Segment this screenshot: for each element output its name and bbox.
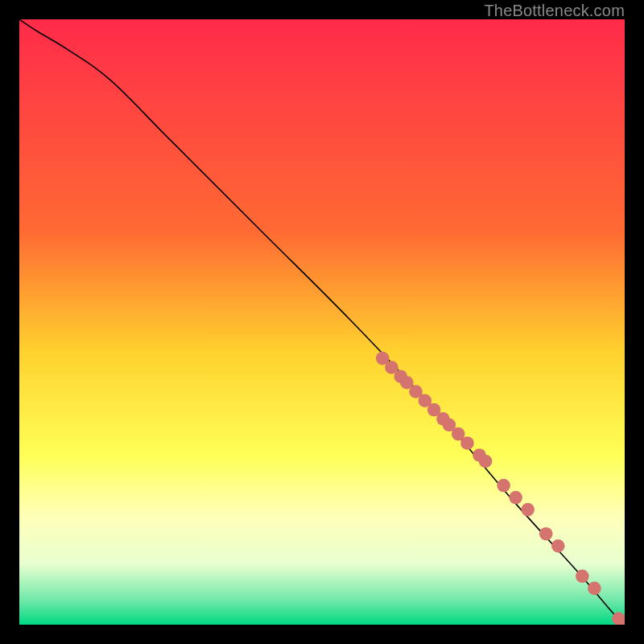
watermark-text: TheBottleneck.com bbox=[484, 2, 625, 20]
scatter-point bbox=[551, 539, 565, 553]
scatter-point bbox=[539, 527, 553, 541]
scatter-point bbox=[576, 570, 589, 584]
chart-plot-area bbox=[19, 19, 625, 625]
scatter-point bbox=[588, 582, 601, 596]
scatter-point bbox=[479, 455, 493, 469]
scatter-point bbox=[497, 479, 510, 493]
gradient-background bbox=[19, 19, 625, 625]
chart-stage: TheBottleneck.com bbox=[0, 0, 644, 644]
scatter-point bbox=[460, 436, 474, 450]
scatter-point bbox=[509, 491, 522, 505]
scatter-point bbox=[521, 503, 535, 517]
chart-svg bbox=[19, 19, 625, 625]
